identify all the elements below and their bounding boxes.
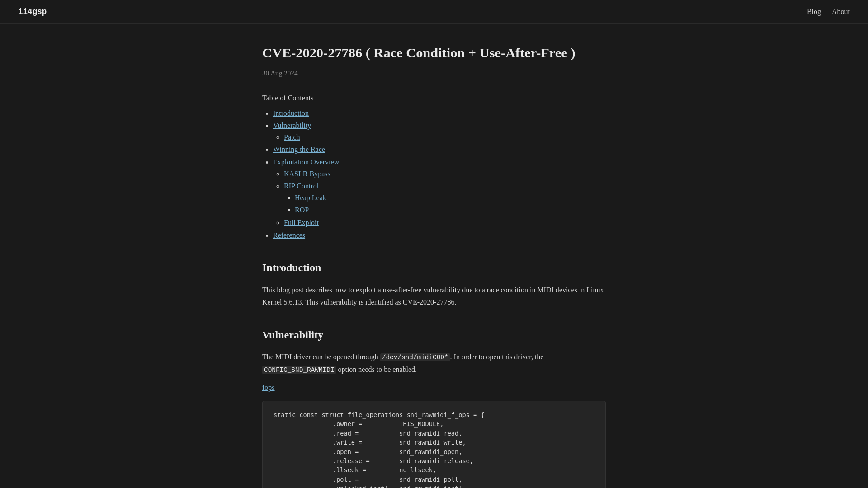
vulnerability-body: The MIDI driver can be opened through /d… (262, 351, 606, 375)
toc-item-introduction: Introduction (273, 108, 606, 119)
vulnerability-text-middle: . In order to open this driver, the (450, 353, 544, 361)
toc-link-patch[interactable]: Patch (284, 133, 300, 141)
toc-item-rop: ROP (295, 204, 606, 216)
toc-link-winning[interactable]: Winning the Race (273, 145, 325, 153)
toc-link-introduction[interactable]: Introduction (273, 109, 309, 117)
nav-blog-link[interactable]: Blog (807, 6, 821, 18)
toc-item-winning: Winning the Race (273, 144, 606, 155)
introduction-heading: Introduction (262, 259, 606, 276)
main-content: CVE-2020-27786 ( Race Condition + Use-Af… (253, 24, 615, 488)
toc-item-patch: Patch (284, 131, 606, 143)
fops-link[interactable]: fops (262, 384, 275, 391)
site-brand[interactable]: ii4gsp (18, 5, 47, 18)
toc-sublist-vulnerability: Patch (273, 131, 606, 143)
code-block-fops: static const struct file_operations snd_… (262, 401, 606, 488)
nav-about-link[interactable]: About (832, 6, 850, 18)
toc: Introduction Vulnerability Patch Winning… (262, 108, 606, 241)
nav-links: Blog About (807, 6, 850, 18)
toc-item-heap-leak: Heap Leak (295, 192, 606, 204)
toc-item-kaslr: KASLR Bypass (284, 168, 606, 180)
vulnerability-inline-code-2: CONFIG_SND_RAWMIDI (262, 366, 336, 374)
toc-link-references[interactable]: References (273, 231, 305, 239)
toc-link-kaslr[interactable]: KASLR Bypass (284, 170, 330, 178)
toc-link-rop[interactable]: ROP (295, 206, 309, 214)
toc-item-vulnerability: Vulnerability Patch (273, 120, 606, 143)
navbar: ii4gsp Blog About (0, 0, 868, 24)
toc-link-rip[interactable]: RIP Control (284, 182, 319, 190)
introduction-body: This blog post describes how to exploit … (262, 284, 606, 308)
post-date: 30 Aug 2024 (262, 68, 606, 79)
vulnerability-text-suffix: option needs to be enabled. (336, 366, 417, 373)
toc-subsublist-rip: Heap Leak ROP (284, 192, 606, 216)
toc-item-rip: RIP Control Heap Leak ROP (284, 180, 606, 216)
toc-link-vulnerability[interactable]: Vulnerability (273, 122, 311, 129)
vulnerability-inline-code-1: /dev/snd/midiC0D* (380, 353, 450, 361)
code-pre: static const struct file_operations snd_… (274, 410, 594, 488)
toc-sublist-exploitation: KASLR Bypass RIP Control Heap Leak ROP F… (273, 168, 606, 229)
vulnerability-heading: Vulnerability (262, 326, 606, 343)
toc-link-heap-leak[interactable]: Heap Leak (295, 194, 326, 202)
toc-heading: Table of Contents (262, 92, 606, 104)
toc-link-exploitation[interactable]: Exploitation Overview (273, 158, 339, 166)
toc-link-full-exploit[interactable]: Full Exploit (284, 219, 319, 226)
toc-item-exploitation: Exploitation Overview KASLR Bypass RIP C… (273, 156, 606, 229)
vulnerability-text-prefix: The MIDI driver can be opened through (262, 353, 380, 361)
post-title: CVE-2020-27786 ( Race Condition + Use-Af… (262, 42, 606, 64)
toc-item-references: References (273, 230, 606, 241)
toc-item-full-exploit: Full Exploit (284, 217, 606, 229)
